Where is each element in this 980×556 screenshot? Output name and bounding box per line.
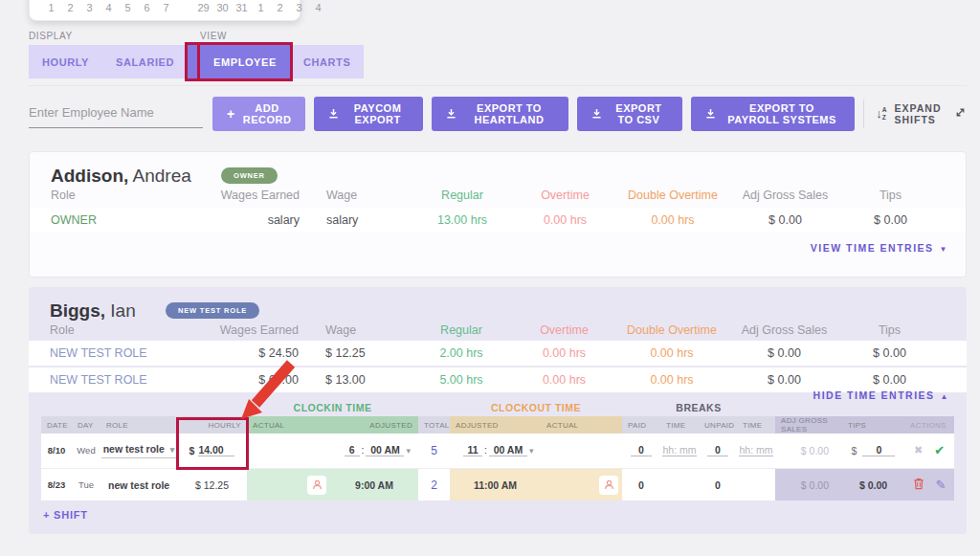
- employee-name: Biggs, Ian NEW TEST ROLE: [50, 300, 259, 322]
- employee-name: Addison, Andrea OWNER: [51, 166, 278, 187]
- clockout-min-ampm-input[interactable]: [489, 444, 527, 456]
- time-entry-row-view: 8/23 Tue new test role $ 12.25 9:00 AM 2…: [41, 469, 954, 500]
- col-adj-gross-sales: Adj Gross Sales: [729, 323, 839, 337]
- clockout-hour-input[interactable]: [463, 444, 482, 456]
- hourly-rate-input[interactable]: [198, 444, 234, 456]
- col-unpaid: UNPAID: [699, 416, 737, 434]
- view-time-entries-link[interactable]: VIEW TIME ENTRIES: [811, 242, 948, 254]
- calendar-day[interactable]: 29: [197, 2, 210, 13]
- view-group-label: VIEW: [200, 31, 227, 41]
- calendar-day[interactable]: 5: [122, 2, 134, 13]
- employee-search: [29, 100, 203, 128]
- export-payroll-systems-label: EXPORT TO PAYROLL SYSTEMS: [724, 102, 841, 125]
- tips-cell: $ 0.00: [839, 341, 940, 366]
- role-cell: OWNER: [51, 208, 213, 233]
- paid-time-cell: [660, 469, 699, 500]
- calendar-day[interactable]: 7: [160, 2, 172, 13]
- unpaid-breaks-input[interactable]: [707, 444, 728, 456]
- calendar-day[interactable]: 1: [45, 2, 57, 13]
- total-hours-cell: 5: [418, 433, 450, 468]
- calendar-day[interactable]: 30: [216, 2, 229, 13]
- add-record-button[interactable]: ADD RECORD: [212, 97, 305, 131]
- view-employee-button[interactable]: EMPLOYEE: [200, 45, 290, 78]
- trash-icon[interactable]: [913, 478, 924, 492]
- role-cell: NEW TEST ROLE: [50, 367, 212, 392]
- paid-breaks-input[interactable]: [631, 444, 652, 456]
- expand-shifts-label[interactable]: EXPAND SHIFTS: [895, 102, 947, 125]
- double-overtime-cell: 0.00 hrs: [615, 208, 730, 233]
- day-cell: Wed: [72, 433, 100, 468]
- export-csv-button[interactable]: EXPORT TO CSV: [577, 97, 682, 131]
- col-overtime: Overtime: [514, 323, 614, 337]
- double-overtime-cell: 0.00 hrs: [614, 367, 729, 392]
- chevron-down-icon[interactable]: [529, 444, 534, 456]
- employee-search-input[interactable]: [29, 100, 203, 128]
- adj-gross-sales-cell: $ 0.00: [775, 469, 842, 500]
- unpaid-time-input[interactable]: [739, 444, 773, 456]
- calendar-day[interactable]: 3: [83, 2, 96, 13]
- overtime-cell: 0.00 hrs: [515, 208, 615, 233]
- col-adj-gross-sales: Adj Gross Sales: [730, 189, 840, 202]
- cancel-icon[interactable]: [914, 444, 923, 456]
- paid-time-input[interactable]: [662, 444, 697, 456]
- date-cell: 8/23: [41, 469, 72, 500]
- role-select[interactable]: new test role: [101, 443, 177, 458]
- col-clockout-actual: ACTUAL: [541, 416, 622, 434]
- expand-arrows-icon[interactable]: [954, 105, 967, 122]
- display-salaried-button[interactable]: SALARIED: [102, 45, 188, 78]
- col-regular: Regular: [410, 189, 515, 202]
- export-payroll-systems-button[interactable]: EXPORT TO PAYROLL SYSTEMS: [691, 97, 856, 131]
- tips-input[interactable]: [862, 444, 895, 456]
- person-icon[interactable]: [307, 476, 326, 495]
- expand-shifts-control: ↓ A Z EXPAND SHIFTS: [863, 100, 967, 128]
- calendar-day[interactable]: 6: [141, 2, 153, 13]
- wages-earned-cell: $ 24.50: [212, 341, 299, 366]
- col-wages-earned: Wages Earned: [213, 189, 300, 202]
- employee-card-addison: Addison, Andrea OWNER Role Wages Earned …: [29, 151, 967, 278]
- display-hourly-button[interactable]: HOURLY: [29, 45, 102, 78]
- tips-cell: $: [842, 433, 904, 468]
- employee-card-biggs: Biggs, Ian NEW TEST ROLE Role Wages Earn…: [29, 287, 967, 534]
- calendar-day[interactable]: 2: [64, 2, 77, 13]
- chevron-down-icon[interactable]: [406, 444, 411, 456]
- paycom-export-label: PAYCOM EXPORT: [346, 102, 408, 125]
- currency-symbol: $: [189, 445, 195, 456]
- timesheets-page: 1 2 3 4 5 6 7 29 30 31 1 2 3 4 DISPLAY H…: [0, 0, 980, 556]
- sort-az-icon[interactable]: ↓ A Z: [876, 106, 886, 120]
- confirm-icon[interactable]: [934, 443, 945, 457]
- role-select-value: new test role: [103, 443, 165, 455]
- paycom-export-button[interactable]: PAYCOM EXPORT: [314, 97, 422, 131]
- clockin-min-ampm-input[interactable]: [366, 444, 404, 456]
- download-icon: [591, 108, 602, 119]
- overtime-cell: 0.00 hrs: [514, 367, 614, 392]
- chevron-down-icon: [170, 443, 175, 455]
- person-icon[interactable]: [599, 476, 618, 495]
- clockout-actual-cell: [541, 469, 622, 500]
- calendar-day[interactable]: 1: [255, 2, 267, 13]
- calendar-day[interactable]: 2: [274, 2, 286, 13]
- breaks-header: BREAKS: [622, 402, 775, 413]
- wages-earned-cell: salary: [213, 208, 300, 233]
- calendar-day[interactable]: 3: [293, 2, 305, 13]
- role-cell: new test role: [100, 433, 177, 468]
- edit-pencil-icon[interactable]: [936, 478, 947, 492]
- paid-breaks-cell: [622, 433, 660, 468]
- export-heartland-button[interactable]: EXPORT TO HEARTLAND: [432, 97, 568, 131]
- display-group-label: DISPLAY: [29, 31, 73, 41]
- time-entries-column-header: DATE DAY ROLE HOURLY ACTUAL ADJUSTED TOT…: [41, 416, 954, 433]
- add-record-label: ADD RECORD: [243, 102, 292, 125]
- calendar-day[interactable]: 4: [102, 2, 115, 13]
- view-charts-button[interactable]: CHARTS: [290, 45, 364, 78]
- hourly-cell: $ 12.25: [177, 469, 247, 500]
- col-total: TOTAL: [418, 416, 450, 434]
- col-wage: Wage: [300, 189, 410, 202]
- clockin-hour-input[interactable]: [345, 444, 360, 456]
- calendar-day[interactable]: 31: [235, 2, 248, 13]
- calendar-days: 1 2 3 4 5 6 7 29 30 31 1 2 3 4: [45, 2, 324, 13]
- add-shift-link[interactable]: + SHIFT: [43, 509, 88, 521]
- total-hours-cell: 2: [418, 469, 450, 500]
- col-actions: ACTIONS: [904, 416, 954, 434]
- unpaid-breaks-cell: 0: [699, 469, 737, 500]
- day-cell: Tue: [72, 469, 100, 500]
- calendar-day[interactable]: 4: [312, 2, 324, 13]
